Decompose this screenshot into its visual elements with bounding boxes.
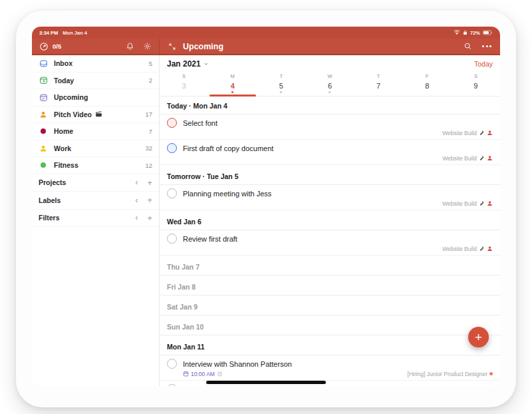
sidebar-item-label: Work	[54, 144, 71, 152]
sidebar-item-count: 32	[145, 144, 152, 152]
day-number: 3	[182, 82, 186, 90]
add-icon[interactable]: +	[147, 214, 152, 222]
day-number: 6	[328, 82, 332, 90]
sidebar-item[interactable]: Home 7	[32, 123, 159, 140]
sidebar-item[interactable]: Inbox 5	[32, 55, 159, 73]
svg-text:4: 4	[43, 80, 45, 83]
notifications-bell-icon[interactable]	[126, 42, 134, 51]
overflow-menu-icon[interactable]	[482, 45, 491, 47]
task-row[interactable]: Review first draft Website Build	[160, 230, 500, 256]
task-checkbox[interactable]	[167, 384, 177, 386]
page-title: Upcoming	[183, 42, 223, 51]
status-time: 3:34 PM	[39, 30, 58, 36]
day-section: Thu Jan 7	[160, 262, 500, 276]
sidebar-item[interactable]: Fitness 12	[32, 157, 159, 174]
task-project-label: Website Build	[442, 200, 493, 207]
hammer-icon	[479, 246, 485, 252]
sidebar-item-count: 2	[149, 77, 152, 84]
task-time-text: 10:00 AM	[191, 371, 215, 377]
today-calendar-icon: 4	[39, 76, 48, 85]
task-row[interactable]: Interview with Shannon Patterson 10:00 A…	[160, 355, 500, 381]
add-task-button[interactable]: +	[468, 327, 489, 347]
task-title: Interview with Suraj Choudhuri	[183, 385, 282, 387]
lock-icon	[463, 30, 467, 35]
expand-icon[interactable]	[168, 43, 176, 51]
hammer-icon	[479, 200, 485, 206]
day-section: Tomorrow · Tue Jan 5 Planning meeting wi…	[160, 171, 500, 210]
day-section-header: Wed Jan 6	[160, 216, 500, 230]
collapse-chevron-icon[interactable]: ‹	[135, 214, 138, 222]
task-row[interactable]: First draft of copy document Website Bui…	[160, 140, 500, 165]
task-title: Select font	[183, 119, 217, 127]
task-checkbox[interactable]	[167, 118, 177, 128]
search-icon[interactable]	[464, 42, 472, 51]
status-bar: 3:34 PM Mon Jan 4 72%	[32, 27, 500, 39]
month-selector[interactable]: Jan 2021	[167, 59, 209, 69]
shared-person-icon	[487, 155, 493, 161]
today-button[interactable]: Today	[474, 60, 493, 68]
sidebar-item[interactable]: Pitch Video 17	[32, 106, 159, 124]
add-icon[interactable]: +	[147, 178, 152, 187]
sidebar-item[interactable]: Upcoming	[32, 89, 159, 106]
sidebar-item[interactable]: 4 Today 2	[32, 73, 159, 90]
day-number: 8	[425, 82, 429, 90]
project-name: Website Build	[442, 246, 477, 252]
day-letter: W	[327, 73, 332, 79]
clapperboard-icon	[95, 110, 102, 118]
day-section: Fri Jan 8	[160, 282, 500, 296]
collapse-chevron-icon[interactable]: ‹	[135, 178, 138, 186]
day-section-header: Mon Jan 11	[160, 341, 500, 355]
add-icon[interactable]: +	[147, 196, 152, 204]
task-checkbox[interactable]	[167, 188, 177, 198]
day-section-header: Today · Mon Jan 4	[160, 101, 500, 114]
collapse-chevron-icon[interactable]: ‹	[135, 196, 138, 204]
sidebar-group[interactable]: Labels ‹ +	[32, 192, 159, 210]
home-indicator[interactable]	[206, 381, 326, 384]
upcoming-calendar-icon	[39, 93, 48, 102]
sidebar-group-list: Projects ‹ + Labels ‹ + Filters ‹ +	[32, 174, 159, 228]
chevron-down-icon	[203, 61, 209, 67]
alarm-icon	[217, 371, 223, 377]
day-letter: M	[231, 73, 235, 79]
task-checkbox[interactable]	[167, 143, 177, 153]
day-number: 9	[473, 82, 477, 90]
shared-person-icon	[487, 200, 493, 206]
task-time: 10:00 AM	[183, 371, 223, 377]
settings-gear-icon[interactable]	[143, 42, 152, 51]
sidebar-group[interactable]: Projects ‹ +	[32, 174, 159, 192]
week-strip: S 3 M 4 T 5 W 6 T 7 F 8 S 9	[160, 70, 500, 97]
sidebar-item-list: Inbox 5 4 Today 2 Upcoming Pitch Video 1…	[32, 55, 159, 174]
sidebar-item[interactable]: Work 32	[32, 140, 159, 158]
karma-count: 0/5	[53, 43, 61, 50]
calendar-day[interactable]: S 9	[452, 70, 500, 96]
karma-button[interactable]: 0/5	[39, 42, 61, 51]
sidebar: Inbox 5 4 Today 2 Upcoming Pitch Video 1…	[32, 55, 160, 386]
task-row[interactable]: Planning meeting with Jess Website Build	[160, 185, 500, 210]
day-section-header: Fri Jan 8	[160, 282, 500, 296]
tablet-frame: 3:34 PM Mon Jan 4 72%	[16, 11, 516, 407]
sidebar-header: 0/5	[32, 39, 160, 54]
calendar-day[interactable]: S 3	[160, 70, 208, 96]
task-title: Planning meeting with Jess	[183, 190, 271, 198]
day-section-header: Sun Jan 10	[160, 321, 500, 335]
sidebar-group-label: Filters	[39, 214, 60, 222]
day-task-dot	[329, 91, 331, 93]
task-checkbox[interactable]	[167, 359, 177, 369]
task-row[interactable]: Select font Website Build	[160, 114, 500, 140]
view-header: Upcoming	[160, 39, 500, 54]
task-checkbox[interactable]	[167, 234, 177, 244]
day-number: 7	[376, 82, 380, 90]
task-project-label: Website Build	[442, 246, 493, 252]
sidebar-group[interactable]: Filters ‹ +	[32, 210, 159, 228]
calendar-day[interactable]: M 4	[208, 70, 257, 96]
shared-project-icon	[39, 110, 48, 118]
calendar-day[interactable]: T 7	[354, 70, 403, 96]
calendar-day[interactable]: F 8	[403, 70, 452, 96]
day-letter: S	[474, 73, 477, 79]
calendar-day[interactable]: W 6	[305, 70, 354, 96]
project-name: Website Build	[442, 200, 477, 207]
sidebar-item-count: 17	[145, 110, 152, 118]
calendar-day[interactable]: T 5	[257, 70, 305, 96]
sidebar-group-label: Labels	[39, 196, 61, 204]
app-header: 0/5 Upcoming	[32, 39, 500, 55]
